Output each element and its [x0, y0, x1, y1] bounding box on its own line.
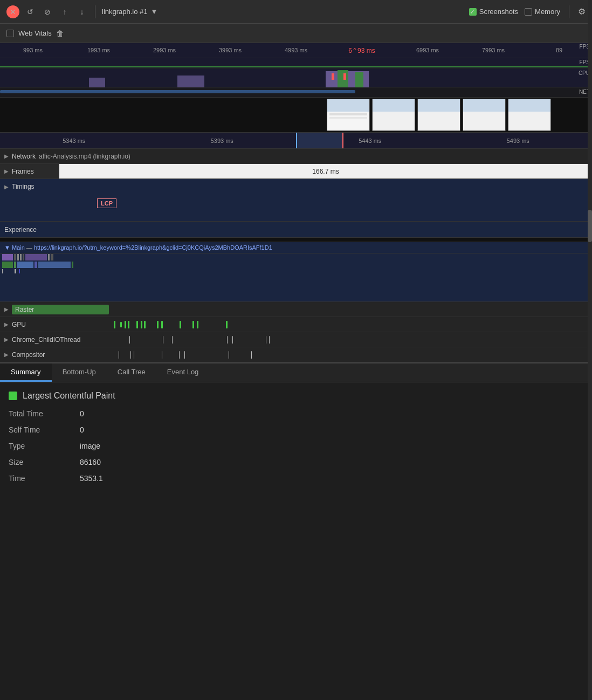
compositor-bars — [113, 347, 588, 362]
zoom-label-3: 5443 ms — [296, 138, 444, 144]
summary-content: Largest Contentful Paint Total Time 0 Se… — [0, 382, 592, 491]
size-val: 86160 — [80, 458, 583, 466]
gpu-row[interactable]: ▶ GPU — [0, 317, 592, 332]
compositor-row[interactable]: ▶ Compositor — [0, 347, 592, 362]
screenshots-checkbox[interactable]: ✓ — [469, 8, 477, 16]
gpu-bar-6 — [141, 321, 142, 328]
summary-color-icon — [9, 392, 17, 400]
screenshots-checkbox-label[interactable]: ✓ Screenshots — [469, 8, 518, 16]
timings-label: Timings — [12, 183, 35, 190]
section-separator — [0, 238, 592, 242]
childio-bar-1 — [129, 336, 130, 344]
gpu-bar-3 — [125, 321, 126, 328]
summary-event-title: Largest Contentful Paint — [23, 391, 115, 401]
gpu-bar-9 — [161, 321, 163, 328]
toolbar-right: ✓ Screenshots Memory ⚙ — [469, 5, 586, 18]
network-arrow-icon: ▶ — [4, 153, 9, 159]
thread-bar — [20, 254, 22, 260]
gpu-bar-1 — [114, 321, 115, 328]
frames-label: Frames — [12, 168, 34, 175]
frames-label-box[interactable]: ▶ Frames — [0, 164, 59, 179]
net-bar-main — [0, 90, 355, 93]
download-button[interactable]: ↓ — [75, 5, 88, 18]
cpu-spike-1 — [89, 78, 105, 87]
trash-icon[interactable]: 🗑 — [56, 29, 64, 38]
raster-arrow-icon: ▶ — [4, 306, 9, 312]
cpu-spike-2 — [177, 76, 204, 87]
thread-bar — [14, 254, 16, 260]
network-section-row[interactable]: ▶ Network affic-Analysis.mp4 (linkgraph.… — [0, 149, 592, 164]
ruler-label-7: 6993 ms — [395, 47, 460, 54]
ruler-labels: 993 ms 1993 ms 2993 ms 3993 ms 4993 ms 6… — [0, 47, 592, 54]
screenshot-thumb-5 — [508, 99, 551, 131]
thread-bar-green — [2, 262, 13, 268]
zoom-ruler: 5343 ms 5393 ms 5443 ms 5493 ms — [0, 133, 592, 149]
thread-row-1 — [0, 253, 592, 261]
cpu-row: CPU — [0, 69, 592, 88]
size-key: Size — [9, 458, 73, 466]
time-key: Time — [9, 474, 73, 483]
ruler-label-8: 7993 ms — [460, 47, 526, 54]
tab-event-log[interactable]: Event Log — [156, 363, 210, 382]
ruler-label-2: 1993 ms — [66, 47, 132, 54]
gpu-bars — [113, 317, 588, 332]
raster-label: Raster — [12, 305, 109, 314]
childio-bar-5 — [232, 336, 233, 344]
tab-call-tree[interactable]: Call Tree — [107, 363, 156, 382]
block-button[interactable]: ⊘ — [41, 5, 54, 18]
net-row: NET — [0, 88, 592, 98]
screenshots-label: Screenshots — [479, 8, 518, 16]
childio-bar-2 — [163, 336, 163, 344]
gpu-bar-4 — [128, 321, 129, 328]
toolbar-title: linkgraph.io #1 ▼ — [102, 8, 465, 16]
bottom-panel: Summary Bottom-Up Call Tree Event Log La… — [0, 362, 592, 491]
childio-arrow-icon: ▶ — [4, 337, 9, 342]
main-thread-header: ▼ Main — https://linkgraph.io/?utm_keywo… — [0, 242, 592, 253]
scrollbar-track[interactable] — [588, 0, 592, 700]
toolbar-divider-2 — [569, 5, 569, 18]
compositor-bar-1 — [119, 351, 119, 359]
lcp-label: LCP — [101, 200, 113, 207]
main-thread-section: ▼ Main — https://linkgraph.io/?utm_keywo… — [0, 242, 592, 302]
frames-arrow-icon: ▶ — [4, 168, 9, 174]
zoom-label-1: 5343 ms — [0, 138, 148, 144]
childio-bar-7 — [269, 336, 270, 344]
memory-checkbox[interactable] — [525, 8, 532, 16]
timings-header[interactable]: ▶ Timings — [0, 179, 592, 194]
web-vitals-label: Web Vitals — [18, 29, 52, 37]
toolbar: ✕ ↺ ⊘ ↑ ↓ linkgraph.io #1 ▼ ✓ Screenshot… — [0, 0, 592, 24]
ruler-label-3: 2993 ms — [132, 47, 197, 54]
timeline-ruler: 993 ms 1993 ms 2993 ms 3993 ms 4993 ms 6… — [0, 43, 592, 58]
ruler-label-4: 3993 ms — [197, 47, 263, 54]
tab-bottom-up[interactable]: Bottom-Up — [52, 363, 107, 382]
thread-tick — [2, 269, 3, 273]
network-label: Network — [12, 153, 36, 160]
web-vitals-checkbox[interactable] — [6, 30, 14, 37]
self-time-val: 0 — [80, 426, 583, 434]
compositor-bar-7 — [229, 351, 229, 359]
settings-button[interactable]: ⚙ — [578, 6, 586, 17]
summary-table: Total Time 0 Self Time 0 Type image Size… — [9, 409, 583, 483]
thread-row-2 — [0, 261, 592, 269]
dropdown-arrow[interactable]: ▼ — [151, 8, 158, 16]
gpu-bar-7 — [144, 321, 146, 328]
tab-event-log-label: Event Log — [167, 368, 199, 376]
fps-line — [0, 66, 592, 67]
childio-bar-6 — [266, 336, 266, 344]
upload-button[interactable]: ↑ — [58, 5, 71, 18]
thread-tick-blue — [19, 269, 20, 273]
gpu-bar-11 — [192, 321, 194, 328]
tab-summary[interactable]: Summary — [0, 363, 52, 382]
tab-summary-label: Summary — [11, 368, 41, 376]
scrollbar-thumb[interactable] — [588, 210, 592, 242]
child-io-row[interactable]: ▶ Chrome_ChildIOThread — [0, 332, 592, 347]
thread-bar-green2 — [72, 262, 73, 268]
raster-row[interactable]: ▶ Raster — [0, 302, 592, 317]
screenshot-inner-1 — [327, 99, 369, 131]
compositor-bar-2 — [130, 351, 131, 359]
memory-checkbox-label[interactable]: Memory — [525, 8, 560, 16]
close-button[interactable]: ✕ — [6, 5, 19, 18]
reload-button[interactable]: ↺ — [24, 5, 37, 18]
gpu-bar-13 — [226, 321, 228, 328]
time-val: 5353.1 — [80, 474, 583, 483]
